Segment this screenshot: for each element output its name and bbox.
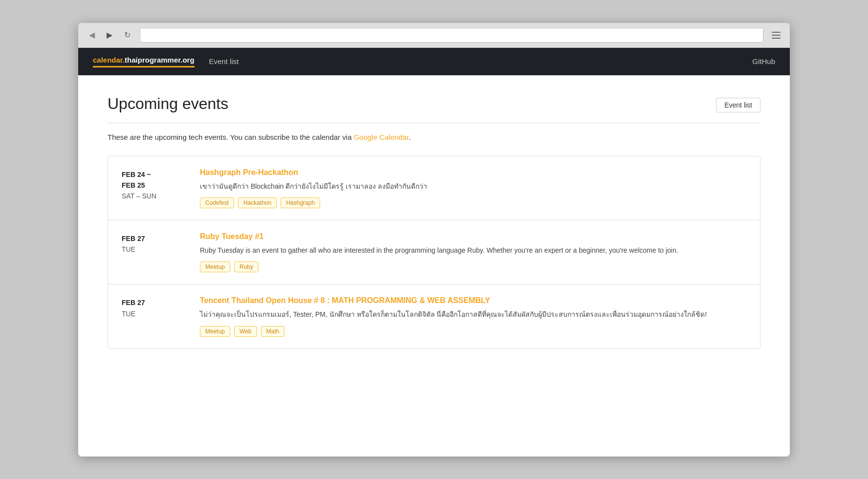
nav-event-list[interactable]: Event list [209,57,239,65]
page-content: Upcoming events Event list These are the… [78,75,790,457]
event-date: FEB 24 ~ FEB 25 SAT – SUN [122,168,180,202]
event-body: Hashgraph Pre-Hackathon เขาว่ามันดูดีกว่… [200,168,746,208]
tag[interactable]: Hashgraph [281,197,320,208]
event-row: FEB 27 TUE Ruby Tuesday #1 Ruby Tuesday … [108,220,760,284]
event-description: ไม่ว่าคุณจะเป็นโปรแกรมเมอร์, Tester, PM,… [200,309,746,320]
tag[interactable]: Math [261,326,285,337]
event-title[interactable]: Tencent Thailand Open House # 8 : MATH P… [200,296,746,305]
event-body: Ruby Tuesday #1 Ruby Tuesday is an event… [200,232,746,272]
tag[interactable]: Hackathon [238,197,277,208]
page-divider [108,123,760,123]
event-date: FEB 27 TUE [122,296,180,319]
tag[interactable]: Ruby [234,261,259,272]
events-container: FEB 24 ~ FEB 25 SAT – SUN Hashgraph Pre-… [108,156,760,349]
event-description: เขาว่ามันดูดีกว่า Blockchain ดีกว่ายังไง… [200,181,746,192]
logo-main: calendar. [93,56,125,64]
reload-button[interactable]: ↻ [120,28,134,42]
event-list-button[interactable]: Event list [716,98,760,112]
event-tags: Meetup Ruby [200,261,746,272]
nav-logo[interactable]: calendar.thaiprogrammer.org [93,56,195,67]
event-date-line1: FEB 27 [122,297,180,308]
tag[interactable]: Meetup [200,261,230,272]
nav-left: calendar.thaiprogrammer.org Event list [93,56,239,67]
page-subtitle: These are the upcoming tech events. You … [108,133,760,141]
google-calendar-link[interactable]: Google Calendar [354,133,409,141]
event-date-line1: FEB 27 [122,233,180,244]
event-body: Tencent Thailand Open House # 8 : MATH P… [200,296,746,336]
browser-controls: ◀ ▶ ↻ [85,28,134,42]
tag[interactable]: Web [234,326,257,337]
menu-line [772,38,781,39]
event-day-of-week: SAT – SUN [122,191,180,201]
event-title[interactable]: Ruby Tuesday #1 [200,232,746,241]
event-day-of-week: TUE [122,244,180,255]
event-tags: Codefest Hackathon Hashgraph [200,197,746,208]
logo-tld: thaiprogrammer.org [125,56,195,64]
event-description: Ruby Tuesday is an event to gather all w… [200,245,746,256]
browser-chrome: ◀ ▶ ↻ [78,23,790,48]
forward-button[interactable]: ▶ [103,28,116,42]
page-header: Upcoming events Event list [108,95,760,113]
event-row: FEB 27 TUE Tencent Thailand Open House #… [108,284,760,348]
site-nav: calendar.thaiprogrammer.org Event list G… [78,48,790,75]
nav-right: GitHub [752,57,775,66]
event-date: FEB 27 TUE [122,232,180,255]
subtitle-period: . [409,133,411,141]
menu-button[interactable] [769,28,783,42]
nav-github[interactable]: GitHub [752,57,775,65]
event-day-of-week: TUE [122,308,180,319]
event-date-line1: FEB 24 ~ [122,169,180,180]
menu-line [772,35,781,36]
tag[interactable]: Meetup [200,326,230,337]
event-title[interactable]: Hashgraph Pre-Hackathon [200,168,746,177]
event-tags: Meetup Web Math [200,326,746,337]
event-date-line2: FEB 25 [122,180,180,191]
browser-window: ◀ ▶ ↻ calendar.thaiprogrammer.org Event … [78,23,790,457]
back-button[interactable]: ◀ [85,28,99,42]
address-bar[interactable] [140,28,763,43]
page-title: Upcoming events [108,95,228,113]
event-row: FEB 24 ~ FEB 25 SAT – SUN Hashgraph Pre-… [108,156,760,220]
subtitle-text: These are the upcoming tech events. You … [108,133,354,141]
tag[interactable]: Codefest [200,197,234,208]
menu-line [772,32,781,33]
